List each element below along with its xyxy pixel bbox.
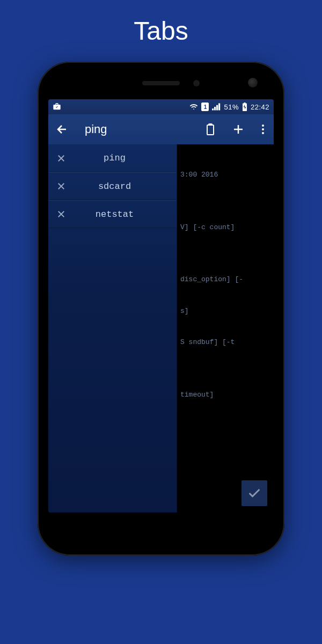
add-button[interactable] <box>229 120 248 139</box>
tab-label: netstat <box>74 209 177 219</box>
battery-percent: 51% <box>224 103 239 111</box>
content-area: ping sdcard netstat 3:00 2016 <box>48 144 274 513</box>
overflow-menu-button[interactable] <box>257 120 269 139</box>
tab-row[interactable]: sdcard <box>48 172 177 200</box>
signal-icon <box>212 103 221 111</box>
tab-row[interactable]: ping <box>48 144 177 172</box>
terminal-line: S sndbuf] [-t <box>180 337 270 348</box>
terminal-line: timeout] <box>180 390 270 400</box>
close-tab-button[interactable] <box>48 209 74 219</box>
svg-point-2 <box>262 128 264 130</box>
actionbar-title: ping <box>85 122 192 136</box>
terminal-output: 3:00 2016 V] [-c count] disc_option] [- … <box>177 144 274 513</box>
clipboard-button[interactable] <box>201 120 220 139</box>
status-bar: 1 51% 22:42 <box>48 99 274 114</box>
action-bar: ping <box>48 114 274 144</box>
page-title: Tabs <box>134 16 188 46</box>
back-button[interactable] <box>53 120 72 139</box>
svg-point-3 <box>262 132 264 134</box>
terminal-line: V] [-c count] <box>180 222 270 233</box>
tab-row[interactable]: netstat <box>48 200 177 228</box>
phone-screen: 1 51% 22:42 ping <box>48 99 274 513</box>
close-tab-button[interactable] <box>48 181 74 191</box>
phone-frame: 1 51% 22:42 ping <box>38 62 284 555</box>
sim-icon: 1 <box>201 103 209 111</box>
tab-label: ping <box>74 153 177 163</box>
close-tab-button[interactable] <box>48 153 74 163</box>
wifi-icon <box>189 103 198 111</box>
confirm-button[interactable] <box>241 480 267 506</box>
briefcase-icon <box>53 103 61 111</box>
clock-text: 22:42 <box>251 103 269 111</box>
tab-label: sdcard <box>74 181 177 192</box>
battery-charging-icon <box>242 103 247 111</box>
terminal-line: s] <box>180 306 270 317</box>
phone-sensor <box>193 80 200 86</box>
tabs-drawer: ping sdcard netstat <box>48 144 177 513</box>
terminal-line: 3:00 2016 <box>180 170 270 180</box>
svg-rect-0 <box>207 125 214 135</box>
phone-camera <box>248 78 258 87</box>
svg-point-1 <box>262 125 264 127</box>
terminal-line: disc_option] [- <box>180 274 270 285</box>
phone-speaker <box>142 81 180 85</box>
